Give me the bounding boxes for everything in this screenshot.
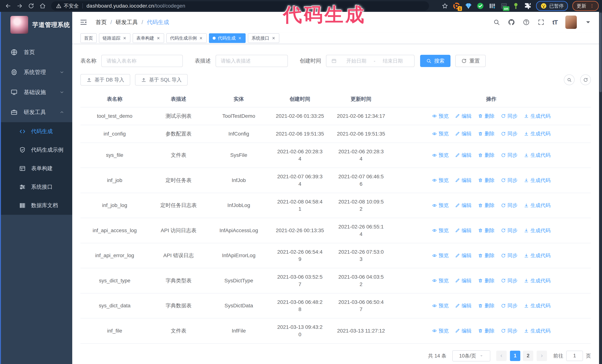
- tab-表单构建[interactable]: 表单构建: [133, 33, 164, 43]
- tab-系统接口[interactable]: 系统接口: [248, 33, 279, 43]
- action-delete[interactable]: 删除: [478, 130, 494, 137]
- action-preview[interactable]: 预览: [432, 177, 449, 184]
- action-preview[interactable]: 预览: [432, 202, 449, 209]
- bookmark-star-icon[interactable]: [441, 3, 448, 9]
- sidebar-subitem-codegen-demo[interactable]: 代码生成示例: [0, 141, 72, 159]
- page-button-1[interactable]: 1: [510, 351, 520, 361]
- action-preview[interactable]: 预览: [432, 152, 449, 159]
- import-sql-button[interactable]: 基于 SQL 导入: [135, 74, 188, 85]
- textsize-icon[interactable]: tT: [552, 19, 558, 26]
- action-generate[interactable]: 生成代码: [524, 152, 550, 159]
- page-button-2[interactable]: 2: [523, 351, 533, 361]
- close-icon[interactable]: [238, 36, 242, 40]
- action-preview[interactable]: 预览: [432, 130, 449, 137]
- sidebar-subitem-form-build[interactable]: 表单构建: [0, 159, 72, 178]
- browser-menu-icon[interactable]: [590, 3, 594, 9]
- action-delete[interactable]: 删除: [478, 227, 494, 234]
- action-sync[interactable]: 同步: [501, 152, 517, 159]
- action-edit[interactable]: 编辑: [455, 252, 472, 259]
- action-sync[interactable]: 同步: [501, 202, 517, 209]
- tab-首页[interactable]: 首页: [80, 33, 97, 43]
- tab-代码生成示例[interactable]: 代码生成示例: [166, 33, 207, 43]
- action-delete[interactable]: 删除: [478, 302, 494, 309]
- home-icon[interactable]: [39, 3, 46, 9]
- scrollbar-thumb[interactable]: [599, 13, 602, 92]
- action-delete[interactable]: 删除: [478, 152, 494, 159]
- action-generate[interactable]: 生成代码: [524, 302, 550, 309]
- reload-icon[interactable]: [28, 3, 34, 9]
- search-button[interactable]: 搜索: [420, 55, 451, 67]
- reset-button[interactable]: 重置: [455, 55, 486, 67]
- import-db-button[interactable]: 基于 DB 导入: [80, 74, 130, 85]
- action-sync[interactable]: 同步: [501, 130, 517, 137]
- action-delete[interactable]: 删除: [478, 177, 494, 184]
- sidebar-subitem-db-doc[interactable]: 数据库文档: [0, 196, 72, 215]
- sidebar-subitem-codegen[interactable]: 代码生成: [0, 122, 72, 141]
- github-icon[interactable]: [508, 19, 515, 26]
- sidebar-logo-row[interactable]: 芋道管理系统: [0, 12, 72, 37]
- action-delete[interactable]: 删除: [478, 202, 494, 209]
- check-circle-icon[interactable]: [476, 2, 484, 10]
- action-delete[interactable]: 删除: [478, 277, 494, 284]
- dark-ext-icon[interactable]: on: [500, 2, 508, 10]
- gem-icon[interactable]: [464, 2, 472, 10]
- profile-paused-pill[interactable]: 已暂停: [536, 1, 568, 11]
- action-preview[interactable]: 预览: [432, 252, 449, 259]
- action-delete[interactable]: 删除: [478, 327, 494, 334]
- action-generate[interactable]: 生成代码: [524, 252, 550, 259]
- sidebar-subitem-system-api[interactable]: 系统接口: [0, 178, 72, 196]
- prev-page-button[interactable]: [496, 351, 507, 361]
- action-sync[interactable]: 同步: [501, 177, 517, 184]
- action-edit[interactable]: 编辑: [455, 152, 472, 159]
- browser-scrollbar[interactable]: [599, 12, 602, 364]
- sidebar-item-system[interactable]: 系统管理: [0, 62, 72, 82]
- action-edit[interactable]: 编辑: [455, 177, 472, 184]
- action-generate[interactable]: 生成代码: [524, 202, 550, 209]
- close-icon[interactable]: [156, 36, 161, 40]
- sidebar-item-dev-tools[interactable]: 研发工具: [0, 102, 72, 122]
- green-key-icon[interactable]: [512, 2, 520, 10]
- tab-代码生成[interactable]: 代码生成: [209, 33, 246, 43]
- action-edit[interactable]: 编辑: [455, 327, 472, 334]
- close-icon[interactable]: [271, 36, 276, 40]
- action-preview[interactable]: 预览: [432, 327, 449, 334]
- action-generate[interactable]: 生成代码: [524, 327, 550, 334]
- avatar-caret-icon[interactable]: [585, 19, 592, 26]
- action-generate[interactable]: 生成代码: [524, 177, 550, 184]
- puzzle-icon[interactable]: [524, 2, 532, 10]
- action-delete[interactable]: 删除: [478, 113, 494, 120]
- sidebar-item-home[interactable]: 首页: [0, 42, 72, 62]
- action-delete[interactable]: 删除: [478, 252, 494, 259]
- search-icon[interactable]: [493, 19, 500, 26]
- sliders-ext-icon[interactable]: [488, 2, 496, 10]
- breadcrumb-home[interactable]: 首页: [96, 19, 107, 26]
- action-sync[interactable]: 同步: [501, 302, 517, 309]
- fullscreen-icon[interactable]: [538, 19, 545, 26]
- action-generate[interactable]: 生成代码: [524, 130, 550, 137]
- tab-链路追踪[interactable]: 链路追踪: [99, 33, 130, 43]
- action-generate[interactable]: 生成代码: [524, 113, 550, 120]
- sidebar-collapse-icon[interactable]: [80, 18, 87, 26]
- action-sync[interactable]: 同步: [501, 113, 517, 120]
- action-edit[interactable]: 编辑: [455, 202, 472, 209]
- action-preview[interactable]: 预览: [432, 302, 449, 309]
- action-edit[interactable]: 编辑: [455, 227, 472, 234]
- action-preview[interactable]: 预览: [432, 277, 449, 284]
- toggle-search-button[interactable]: [564, 74, 575, 85]
- address-bar[interactable]: 不安全 dashboard.yudao.iocoder.cn /tool/cod…: [51, 1, 429, 10]
- help-icon[interactable]: [523, 19, 530, 26]
- action-generate[interactable]: 生成代码: [524, 227, 550, 234]
- refresh-table-button[interactable]: [580, 74, 591, 85]
- page-size-select[interactable]: 10条/页: [452, 350, 490, 361]
- action-edit[interactable]: 编辑: [455, 277, 472, 284]
- user-avatar[interactable]: [565, 16, 577, 29]
- action-edit[interactable]: 编辑: [455, 130, 472, 137]
- table-desc-input[interactable]: 请输入表描述: [215, 55, 288, 67]
- action-preview[interactable]: 预览: [432, 113, 449, 120]
- breadcrumb-devtools[interactable]: 研发工具: [116, 19, 138, 26]
- update-button[interactable]: 更新: [572, 1, 599, 11]
- next-page-button[interactable]: [537, 351, 547, 361]
- action-sync[interactable]: 同步: [501, 277, 517, 284]
- goto-page-input[interactable]: 1: [566, 351, 583, 361]
- action-sync[interactable]: 同步: [501, 327, 517, 334]
